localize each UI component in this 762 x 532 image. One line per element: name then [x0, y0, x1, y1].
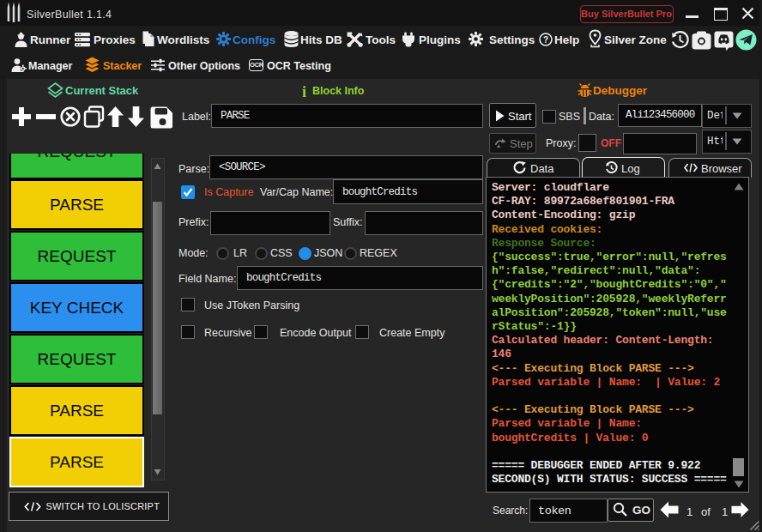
svg-text:?: ? — [543, 35, 548, 45]
